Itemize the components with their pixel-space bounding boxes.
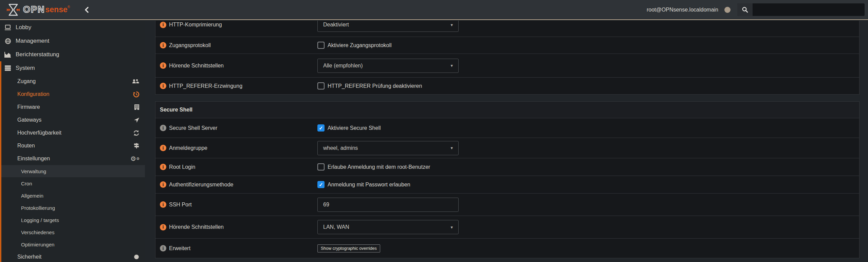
sidebar-item-label: Berichterstattung xyxy=(16,51,59,58)
info-icon[interactable] xyxy=(160,164,166,170)
checkbox-label[interactable]: HTTP_REFERER Prüfung deaktivieren xyxy=(328,83,422,89)
sidebar-item-einstellungen[interactable]: Einstellungen ⚙⚙ xyxy=(1,152,145,165)
certificate-icon xyxy=(133,254,140,260)
form-row-secure-shell-server: Secure Shell Server Aktiviere Secure She… xyxy=(155,118,859,138)
info-icon[interactable] xyxy=(160,201,166,208)
selected-option: wheel, admins xyxy=(323,145,358,151)
form-row-http-referer: HTTP_REFERER-Erzwingung HTTP_REFERER Prü… xyxy=(155,77,859,94)
info-icon[interactable] xyxy=(160,245,166,251)
field-label: Hörende Schnittstellen xyxy=(169,224,224,230)
area-chart-icon xyxy=(4,52,12,58)
info-icon[interactable] xyxy=(160,181,166,188)
sidebar-item-cron[interactable]: Cron xyxy=(1,177,145,189)
http-referer-checkbox[interactable] xyxy=(317,82,325,89)
cogs-icon: ⚙⚙ xyxy=(130,156,140,162)
location-arrow-icon xyxy=(134,117,140,123)
sidebar-item-label: Protokollierung xyxy=(21,205,55,211)
form-row-zugangsprotokoll: Zugangsprotokoll Aktiviere Zugangsprotok… xyxy=(155,37,859,54)
enable-ssh-checkbox[interactable] xyxy=(317,124,325,132)
info-icon[interactable] xyxy=(160,224,166,230)
show-cryptographic-overrides-button[interactable]: Show cryptographic overrides xyxy=(317,244,380,253)
access-log-checkbox[interactable] xyxy=(317,42,325,49)
sidebar-item-management[interactable]: Management xyxy=(0,34,145,48)
map-signs-icon xyxy=(133,143,140,149)
field-label: Hörende Schnittstellen xyxy=(169,63,224,69)
sidebar-item-label: Cron xyxy=(21,181,32,186)
search-button[interactable] xyxy=(737,3,753,16)
sidebar-item-berichterstattung[interactable]: Berichterstattung xyxy=(0,48,145,61)
listen-interfaces-select[interactable]: Alle (empfohlen) xyxy=(317,59,459,73)
info-icon[interactable] xyxy=(160,22,166,28)
field-label: Zugangsprotokoll xyxy=(169,42,211,48)
sidebar-item-verwaltung[interactable]: Verwaltung xyxy=(1,165,145,177)
secure-shell-table: Secure Shell Secure Shell Server Aktivie… xyxy=(155,101,860,258)
login-group-select[interactable]: wheel, admins xyxy=(317,141,459,155)
sidebar-item-label: Verwaltung xyxy=(21,168,46,174)
sidebar-item-label: Routen xyxy=(17,143,35,149)
password-login-checkbox[interactable] xyxy=(317,181,325,188)
ssh-listen-interfaces-select[interactable]: LAN, WAN xyxy=(317,220,459,234)
sidebar-item-allgemein[interactable]: Allgemein xyxy=(1,189,145,202)
root-login-checkbox[interactable] xyxy=(317,163,325,170)
field-label: HTTP_REFERER-Erzwingung xyxy=(169,83,242,89)
info-icon[interactable] xyxy=(160,145,166,151)
form-row-anmeldegruppe: Anmeldegruppe wheel, admins xyxy=(155,138,859,158)
field-label: Secure Shell Server xyxy=(169,125,217,131)
main-content: HTTP-Komprimierung Deaktiviert Zugangspr… xyxy=(145,21,868,262)
field-label: Erweitert xyxy=(169,245,190,251)
checkbox-label[interactable]: Aktiviere Secure Shell xyxy=(328,125,381,131)
sidebar-item-label: Logging / targets xyxy=(21,217,59,223)
selected-option: Deaktiviert xyxy=(323,22,349,28)
sidebar-item-label: Zugang xyxy=(17,78,36,84)
sidebar-item-label: Management xyxy=(16,38,49,44)
sidebar-item-label: Firmware xyxy=(17,104,40,110)
sidebar-item-optimierungen[interactable]: Optimierungen xyxy=(1,238,145,250)
checkbox-label[interactable]: Anmeldung mit Passwort erlauben xyxy=(328,182,410,188)
sidebar-item-lobby[interactable]: Lobby xyxy=(0,21,145,34)
history-icon xyxy=(133,91,140,98)
form-row-erweitert: Erweitert Show cryptographic overrides xyxy=(155,238,859,258)
server-icon xyxy=(4,65,12,71)
search-icon xyxy=(742,6,748,13)
status-dot xyxy=(724,7,731,13)
sidebar-item-label: Lobby xyxy=(16,24,31,31)
sidebar-item-label: System xyxy=(16,65,35,72)
sidebar-collapse-button[interactable] xyxy=(84,6,89,13)
building-icon xyxy=(134,104,140,110)
section-header-secure-shell: Secure Shell xyxy=(155,102,859,118)
field-label: Root Login xyxy=(169,164,195,170)
http-compression-select[interactable]: Deaktiviert xyxy=(317,21,459,32)
search-input[interactable] xyxy=(753,3,865,16)
info-icon[interactable] xyxy=(160,83,166,89)
sidebar-item-label: Allgemein xyxy=(21,193,43,199)
info-icon[interactable] xyxy=(160,62,166,69)
sidebar-item-routen[interactable]: Routen xyxy=(1,139,145,152)
users-icon xyxy=(132,79,140,84)
info-icon[interactable] xyxy=(160,42,166,48)
info-icon[interactable] xyxy=(160,125,166,131)
sidebar-item-hochverfuegbarkeit[interactable]: Hochverfügbarkeit xyxy=(1,126,145,139)
form-row-ssh-port: SSH Port xyxy=(155,193,859,216)
chevron-down-icon xyxy=(450,63,453,68)
sidebar-item-label: Gateways xyxy=(17,117,41,123)
sidebar-item-protokollierung[interactable]: Protokollierung xyxy=(1,202,145,214)
form-row-authentifizierungsmethode: Authentifizierungsmethode Anmeldung mit … xyxy=(155,176,859,193)
ssh-port-input[interactable] xyxy=(317,198,459,212)
opnsense-logo[interactable]: OPNsense® xyxy=(6,3,70,16)
checkbox-label[interactable]: Erlaube Anmeldung mit dem root-Benutzer xyxy=(328,164,430,170)
form-row-http-komprimierung: HTTP-Komprimierung Deaktiviert xyxy=(155,21,859,37)
sidebar-item-zugang[interactable]: Zugang xyxy=(1,75,145,88)
sidebar-item-sicherheit[interactable]: Sicherheit xyxy=(1,250,145,262)
form-row-hoerende-schnittstellen-ssh: Hörende Schnittstellen LAN, WAN xyxy=(155,216,859,238)
sidebar-item-gateways[interactable]: Gateways xyxy=(1,114,145,126)
checkbox-label[interactable]: Aktiviere Zugangsprotokoll xyxy=(328,42,392,48)
selected-option: LAN, WAN xyxy=(323,224,349,230)
sidebar-item-system[interactable]: System xyxy=(1,61,145,75)
sidebar-item-konfiguration[interactable]: Konfiguration xyxy=(1,88,145,101)
sidebar-item-verschiedenes[interactable]: Verschiedenes xyxy=(1,226,145,238)
field-label: SSH Port xyxy=(169,202,192,208)
sidebar-item-firmware[interactable]: Firmware xyxy=(1,101,145,114)
chevron-down-icon xyxy=(450,22,453,27)
system-section: System Zugang Konfiguration Firmware Gat… xyxy=(0,61,145,262)
sidebar-item-logging-targets[interactable]: Logging / targets xyxy=(1,214,145,226)
